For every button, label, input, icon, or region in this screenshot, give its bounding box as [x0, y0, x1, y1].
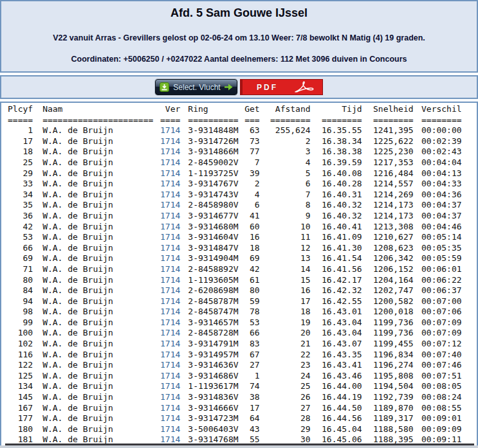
- cell-ring: 3-9314686V: [180, 371, 238, 382]
- cell-ver[interactable]: 1714: [153, 136, 180, 147]
- cell-ver[interactable]: 1714: [153, 307, 180, 318]
- cell-ver[interactable]: 1714: [153, 125, 180, 136]
- ver-link[interactable]: 1714: [160, 296, 180, 306]
- cell-ver[interactable]: 1714: [153, 253, 180, 264]
- ver-link[interactable]: 1714: [160, 275, 180, 285]
- cell-ver[interactable]: 1714: [153, 147, 180, 157]
- cell-snelheid: 1214,557: [362, 179, 414, 190]
- cell-verschil: 00:08:55: [414, 403, 462, 414]
- ver-link[interactable]: 1714: [160, 360, 180, 370]
- cell-get: 27: [239, 360, 260, 371]
- ver-link[interactable]: 1714: [160, 307, 180, 316]
- cell-ver[interactable]: 1714: [153, 243, 180, 254]
- ver-link[interactable]: 1714: [160, 222, 180, 231]
- ver-link[interactable]: 1714: [160, 285, 180, 295]
- ver-link[interactable]: 1714: [160, 253, 180, 263]
- cell-afstand: 26: [260, 392, 311, 403]
- cell-ver[interactable]: 1714: [153, 371, 180, 382]
- cell-naam: W.A. de Bruijn: [33, 381, 153, 392]
- cell-ver[interactable]: 1714: [153, 285, 180, 296]
- ver-link[interactable]: 1714: [160, 318, 180, 327]
- cell-afstand: 3: [260, 147, 311, 157]
- ver-link[interactable]: 1714: [160, 157, 180, 167]
- ver-link[interactable]: 1714: [160, 381, 180, 391]
- cell-afstand: 8: [260, 200, 311, 211]
- ver-link[interactable]: 1714: [160, 136, 180, 146]
- ver-link[interactable]: 1714: [160, 264, 180, 274]
- cell-plcyf: 180: [8, 424, 33, 435]
- cell-ver[interactable]: 1714: [153, 190, 180, 201]
- cell-ver[interactable]: 1714: [153, 318, 180, 328]
- cell-verschil: 00:06:37: [414, 285, 462, 296]
- cell-ver[interactable]: 1714: [153, 211, 180, 222]
- cell-tijd: 16.43.01: [311, 307, 362, 318]
- cell-ver[interactable]: 1714: [153, 360, 180, 371]
- ver-link[interactable]: 1714: [160, 179, 180, 188]
- pdf-button[interactable]: PDF: [240, 79, 323, 95]
- table-row: 17W.A. de Bruijn17143-9314726M73216.38.3…: [8, 136, 462, 147]
- cell-ver[interactable]: 1714: [153, 328, 180, 339]
- cell-naam: W.A. de Bruijn: [33, 200, 153, 211]
- cell-afstand: 10: [260, 222, 311, 233]
- cell-get: 78: [239, 307, 260, 318]
- cell-naam: W.A. de Bruijn: [33, 190, 153, 201]
- cell-plcyf: 177: [8, 413, 33, 424]
- coordinates-text: Coordinaten: +5006250 / +0247022 Aantal …: [1, 55, 477, 64]
- table-row: 69W.A. de Bruijn17143-9314904M691316.41.…: [8, 253, 462, 264]
- ver-link[interactable]: 1714: [160, 424, 180, 434]
- cell-get: 59: [239, 296, 260, 307]
- cell-verschil: 00:09:09: [414, 424, 462, 435]
- cell-ver[interactable]: 1714: [153, 275, 180, 286]
- ver-link[interactable]: 1714: [160, 413, 180, 423]
- cell-ring: 3-9314666V: [180, 403, 238, 414]
- ver-link[interactable]: 1714: [160, 403, 180, 413]
- cell-ver[interactable]: 1714: [153, 179, 180, 190]
- cell-snelheid: 1204,164: [362, 275, 414, 286]
- cell-ring: 3-9314904M: [180, 253, 238, 264]
- cell-tijd: 16.40.32: [311, 200, 362, 211]
- cell-ver[interactable]: 1714: [153, 168, 180, 179]
- cell-ver[interactable]: 1714: [153, 264, 180, 275]
- ver-link[interactable]: 1714: [160, 243, 180, 253]
- cell-verschil: 00:07:06: [414, 307, 462, 318]
- cell-ver[interactable]: 1714: [153, 392, 180, 403]
- cell-verschil: 00:04:37: [414, 211, 462, 222]
- cell-verschil: 00:00:00: [414, 125, 462, 136]
- cell-ver[interactable]: 1714: [153, 424, 180, 435]
- cell-plcyf: 125: [8, 371, 33, 382]
- results-table-body: 1W.A. de Bruijn17143-9314848M63255,62416…: [8, 125, 462, 445]
- cell-ver[interactable]: 1714: [153, 222, 180, 233]
- cell-ver[interactable]: 1714: [153, 296, 180, 307]
- ver-link[interactable]: 1714: [160, 392, 180, 402]
- table-row: 84W.A. de Bruijn17142-6208698M801616.42.…: [8, 285, 462, 296]
- cell-ver[interactable]: 1714: [153, 381, 180, 392]
- cell-afstand: 255,624: [260, 125, 311, 136]
- ver-link[interactable]: 1714: [160, 190, 180, 199]
- cell-plcyf: 134: [8, 381, 33, 392]
- cell-ver[interactable]: 1714: [153, 200, 180, 211]
- cell-ver[interactable]: 1714: [153, 232, 180, 243]
- cell-ver[interactable]: 1714: [153, 157, 180, 168]
- ver-link[interactable]: 1714: [160, 339, 180, 348]
- cell-ring: 3-5006403V: [180, 424, 238, 435]
- ver-link[interactable]: 1714: [160, 371, 180, 381]
- cell-snelheid: 1217,353: [362, 157, 414, 168]
- cell-ver[interactable]: 1714: [153, 350, 180, 361]
- ver-link[interactable]: 1714: [160, 232, 180, 242]
- cell-ver[interactable]: 1714: [153, 403, 180, 414]
- cell-snelheid: 1206,152: [362, 264, 414, 275]
- ver-link[interactable]: 1714: [160, 328, 180, 337]
- ver-link[interactable]: 1714: [160, 200, 180, 210]
- ver-link[interactable]: 1714: [160, 211, 180, 220]
- ver-link[interactable]: 1714: [160, 147, 180, 156]
- cell-ver[interactable]: 1714: [153, 339, 180, 350]
- cell-naam: W.A. de Bruijn: [33, 424, 153, 435]
- cell-plcyf: 53: [8, 232, 33, 243]
- ver-link[interactable]: 1714: [160, 125, 180, 135]
- ver-link[interactable]: 1714: [160, 350, 180, 359]
- cell-ver[interactable]: 1714: [153, 413, 180, 424]
- table-row: 122W.A. de Bruijn17143-9314636V272316.43…: [8, 360, 462, 371]
- select-vlucht-button[interactable]: Select. Vlucht: [155, 79, 237, 95]
- cell-afstand: 25: [260, 381, 311, 392]
- ver-link[interactable]: 1714: [160, 168, 180, 178]
